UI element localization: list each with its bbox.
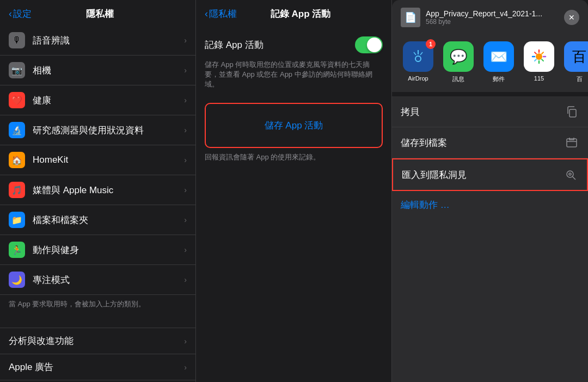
right-panel: 📄 App_Privacy_Report_v4_2021-1... 568 by… [392,0,588,382]
share-app-baidu[interactable]: 百 百 [562,41,588,83]
middle-panel-title: 記錄 App 活動 [240,8,383,20]
share-close-button[interactable]: ✕ [564,10,579,25]
menu-chevron-icon: › [184,66,187,75]
share-action-儲存到檔案[interactable]: 儲存到檔案 [392,127,588,158]
svg-line-12 [535,59,536,61]
menu-item-icon: 🎵 [9,182,25,198]
share-app-icon: 百 [564,41,588,72]
share-edit-actions-link[interactable]: 編輯動作 … [392,191,588,219]
left-panel-title: 隱私權 [35,8,187,20]
share-action-icon [564,104,579,119]
left-header: ‹ 設定 隱私權 [0,0,195,26]
svg-point-16 [567,171,573,177]
toggle-row: 記錄 App 活動 [205,36,383,53]
share-app-messages[interactable]: 💬 訊息 [441,41,476,83]
sidebar-item[interactable]: 分析與改進功能 › [0,328,195,354]
menu-chevron-icon: › [184,215,187,224]
sidebar-item[interactable]: 🌙 專注模式 › [0,265,195,295]
menu-item-label: 分析與改進功能 [9,335,184,347]
share-action-拷貝[interactable]: 拷貝 [392,96,588,127]
share-file-size: 568 byte [426,18,564,26]
app-badge: 1 [426,39,436,49]
share-action-label: 匯入到隱私洞見 [402,169,563,181]
svg-rect-13 [569,109,576,117]
sidebar-item[interactable]: 🏃 動作與健身 › [0,235,195,265]
save-note: 回報資訊會隨著 App 的使用來記錄。 [205,152,383,162]
menu-item-icon: 📷 [9,62,25,78]
share-app-icon: 1 [403,41,433,72]
middle-back-label: 隱私權 [209,8,237,20]
share-apps-row: 1 AirDrop 💬 訊息 ✉️ 郵件 [392,33,588,92]
sidebar-item[interactable]: 🔬 研究感測器與使用狀況資料 › [0,115,195,145]
menu-chevron-icon: › [184,245,187,254]
share-action-icon [563,167,578,182]
svg-point-0 [415,56,421,61]
share-header: 📄 App_Privacy_Report_v4_2021-1... 568 by… [392,0,588,33]
middle-back-button[interactable]: ‹ 隱私權 [205,8,237,20]
record-app-activity-toggle[interactable] [355,36,383,53]
sidebar-item[interactable]: 🏠 HomeKit › [0,145,195,175]
share-actions: 拷貝 儲存到檔案 匯入到隱私洞見 編輯動作 … [392,96,588,382]
menu-chevron-icon: › [184,337,187,346]
sidebar-item[interactable]: 📁 檔案和檔案夾 › [0,205,195,235]
menu-chevron-icon: › [184,156,187,164]
share-app-icon: ✉️ [483,41,514,72]
menu-chevron-icon: › [184,275,187,284]
sidebar-item[interactable]: ❤️ 健康 › [0,85,195,115]
share-app-label: 訊息 [452,75,464,83]
share-app-icon [524,41,554,72]
share-file-info: App_Privacy_Report_v4_2021-1... 568 byte [426,9,564,26]
share-app-photos[interactable]: 115 [522,41,556,83]
sidebar-item[interactable]: 🎙 語音辨識 › [0,26,195,56]
menu-item-icon: ❤️ [9,92,25,108]
left-menu-section-main: 🎙 語音辨識 › 📷 相機 › ❤️ 健康 › 🔬 研究感測器與使用狀況資料 ›… [0,26,195,382]
middle-header: ‹ 隱私權 記錄 App 活動 [196,0,391,26]
svg-line-3 [420,52,422,55]
menu-chevron-icon: › [184,36,187,45]
file-icon: 📄 [401,8,420,27]
left-back-label: 設定 [13,8,32,20]
middle-content: 記錄 App 活動 儲存 App 何時取用您的位置或麥克風等資料的七天摘要，並查… [196,26,391,382]
menu-chevron-icon: › [184,96,187,104]
left-back-button[interactable]: ‹ 設定 [9,8,32,20]
menu-item-label: 相機 [33,64,184,77]
menu-chevron-icon: › [184,363,187,372]
svg-point-18 [569,173,571,175]
menu-section-footer: 當 App 要求取用時，會被加入上方的類別。 [0,295,195,317]
menu-item-label: 動作與健身 [33,244,184,256]
share-app-label: 115 [534,75,544,82]
left-back-chevron-icon: ‹ [9,8,12,20]
share-action-label: 拷貝 [401,106,564,118]
svg-line-2 [414,52,416,55]
svg-line-9 [535,52,536,54]
sidebar-item[interactable]: 🎵 媒體與 Apple Music › [0,175,195,205]
share-app-mail[interactable]: ✉️ 郵件 [481,41,516,83]
menu-item-label: 健康 [33,94,184,107]
sidebar-item[interactable]: Apple 廣告 › [0,354,195,380]
middle-back-chevron-icon: ‹ [205,8,208,20]
menu-item-label: HomeKit [33,155,184,165]
share-action-label: 儲存到檔案 [401,137,564,149]
share-app-icon: 💬 [443,41,474,72]
toggle-description: 儲存 App 何時取用您的位置或麥克風等資料的七天摘要，並查看 App 或您在 … [205,60,383,90]
save-app-activity-button[interactable]: 儲存 App 活動 [213,112,374,139]
menu-chevron-icon: › [184,186,187,194]
menu-item-icon: 🎙 [9,32,25,48]
left-menu-list: 🎙 語音辨識 › 📷 相機 › ❤️ 健康 › 🔬 研究感測器與使用狀況資料 ›… [0,26,195,382]
menu-item-icon: 🔬 [9,122,25,138]
menu-item-label: 媒體與 Apple Music [33,184,184,196]
sidebar-item[interactable]: 📷 相機 › [0,56,195,85]
menu-item-label: 專注模式 [33,274,184,286]
share-file-name: App_Privacy_Report_v4_2021-1... [426,9,564,18]
menu-item-label: 檔案和檔案夾 [33,214,184,226]
left-panel: ‹ 設定 隱私權 🎙 語音辨識 › 📷 相機 › ❤️ 健康 › 🔬 研究感測器… [0,0,196,382]
share-action-icon [564,135,579,150]
share-action-匯入到隱私洞見[interactable]: 匯入到隱私洞見 [392,158,588,191]
share-app-airdrop[interactable]: 1 AirDrop [401,41,436,83]
menu-item-label: 語音辨識 [33,34,184,47]
toggle-label: 記錄 App 活動 [205,39,264,51]
menu-item-icon: 🏠 [9,152,25,168]
menu-item-label: 研究感測器與使用狀況資料 [33,124,184,137]
toggle-knob [367,38,382,52]
svg-line-10 [542,59,543,61]
